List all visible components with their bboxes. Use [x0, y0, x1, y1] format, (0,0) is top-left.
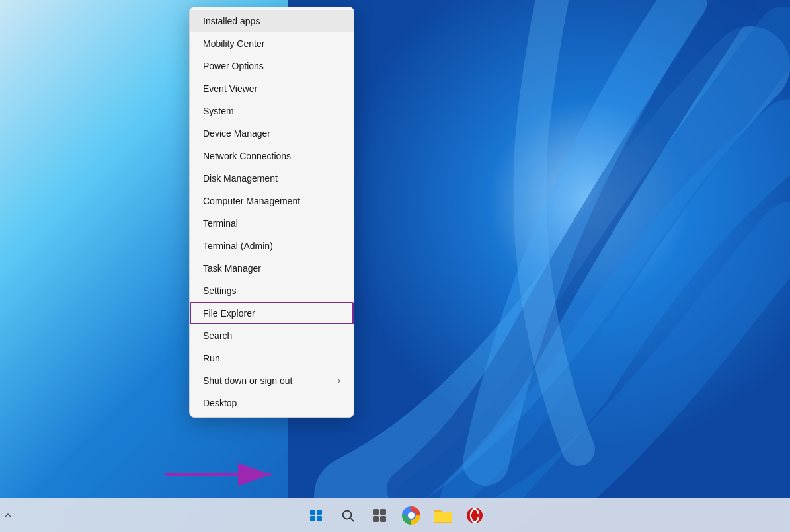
- menu-item-event-viewer[interactable]: Event Viewer: [190, 77, 354, 100]
- taskbar-icons: [303, 502, 488, 529]
- menu-item-label-installed-apps: Installed apps: [203, 16, 340, 26]
- menu-item-label-disk-management: Disk Management: [203, 173, 340, 184]
- folder-icon: [434, 508, 452, 523]
- menu-item-settings[interactable]: Settings: [190, 280, 354, 302]
- menu-item-disk-management[interactable]: Disk Management: [190, 167, 354, 190]
- menu-item-search[interactable]: Search: [190, 324, 354, 347]
- svg-rect-6: [373, 516, 379, 522]
- svg-rect-0: [288, 0, 790, 502]
- svg-rect-7: [380, 516, 386, 522]
- start-button[interactable]: [303, 502, 329, 529]
- menu-item-file-explorer[interactable]: File Explorer: [190, 302, 354, 324]
- opera-icon: [466, 507, 483, 524]
- search-button[interactable]: [335, 502, 361, 529]
- svg-rect-5: [380, 509, 386, 515]
- wallpaper-swirl: [288, 0, 790, 502]
- menu-item-terminal[interactable]: Terminal: [190, 212, 354, 235]
- menu-item-power-options[interactable]: Power Options: [190, 55, 354, 77]
- menu-item-run[interactable]: Run: [190, 347, 354, 369]
- menu-item-label-terminal: Terminal: [203, 218, 340, 229]
- menu-item-label-device-manager: Device Manager: [203, 128, 340, 139]
- svg-line-3: [350, 518, 354, 521]
- chrome-button[interactable]: [398, 502, 424, 529]
- menu-item-device-manager[interactable]: Device Manager: [190, 122, 354, 145]
- menu-item-label-search: Search: [203, 330, 340, 341]
- menu-item-label-desktop: Desktop: [203, 398, 340, 408]
- show-hidden-icons-button[interactable]: [0, 508, 16, 523]
- task-view-icon: [372, 508, 387, 523]
- menu-item-label-system: System: [203, 106, 340, 116]
- svg-rect-10: [434, 512, 452, 522]
- chrome-icon: [402, 506, 420, 525]
- opera-button[interactable]: [461, 502, 488, 529]
- task-view-button[interactable]: [366, 502, 393, 529]
- submenu-arrow-icon: ›: [338, 376, 340, 385]
- file-explorer-button[interactable]: [430, 502, 456, 529]
- menu-item-mobility-center[interactable]: Mobility Center: [190, 32, 354, 55]
- menu-item-label-network-connections: Network Connections: [203, 151, 340, 161]
- menu-item-label-run: Run: [203, 353, 340, 363]
- menu-item-terminal-admin[interactable]: Terminal (Admin): [190, 235, 354, 257]
- menu-item-computer-management[interactable]: Computer Management: [190, 190, 354, 212]
- taskbar-right: [0, 508, 16, 523]
- svg-rect-4: [373, 509, 379, 515]
- search-icon: [340, 508, 355, 523]
- context-menu: Installed appsMobility CenterPower Optio…: [189, 7, 354, 418]
- menu-item-label-event-viewer: Event Viewer: [203, 83, 340, 94]
- menu-item-network-connections[interactable]: Network Connections: [190, 145, 354, 167]
- menu-item-desktop[interactable]: Desktop: [190, 392, 354, 414]
- desktop: Installed appsMobility CenterPower Optio…: [0, 0, 790, 532]
- taskbar: [0, 498, 790, 532]
- menu-item-shut-down[interactable]: Shut down or sign out›: [190, 369, 354, 392]
- windows-logo-icon: [310, 510, 322, 521]
- annotation-arrow: [162, 456, 294, 492]
- menu-item-installed-apps[interactable]: Installed apps: [190, 10, 354, 32]
- menu-item-label-computer-management: Computer Management: [203, 196, 340, 206]
- menu-item-label-shut-down: Shut down or sign out: [203, 375, 338, 386]
- menu-item-label-file-explorer: File Explorer: [203, 308, 340, 319]
- menu-item-label-task-manager: Task Manager: [203, 263, 340, 274]
- svg-point-2: [342, 510, 351, 519]
- menu-item-label-settings: Settings: [203, 285, 340, 296]
- chevron-up-icon: [4, 512, 12, 519]
- menu-item-label-mobility-center: Mobility Center: [203, 38, 340, 49]
- menu-item-label-terminal-admin: Terminal (Admin): [203, 241, 340, 251]
- menu-item-task-manager[interactable]: Task Manager: [190, 257, 354, 280]
- menu-item-label-power-options: Power Options: [203, 61, 340, 71]
- svg-rect-13: [471, 514, 479, 517]
- menu-item-system[interactable]: System: [190, 100, 354, 122]
